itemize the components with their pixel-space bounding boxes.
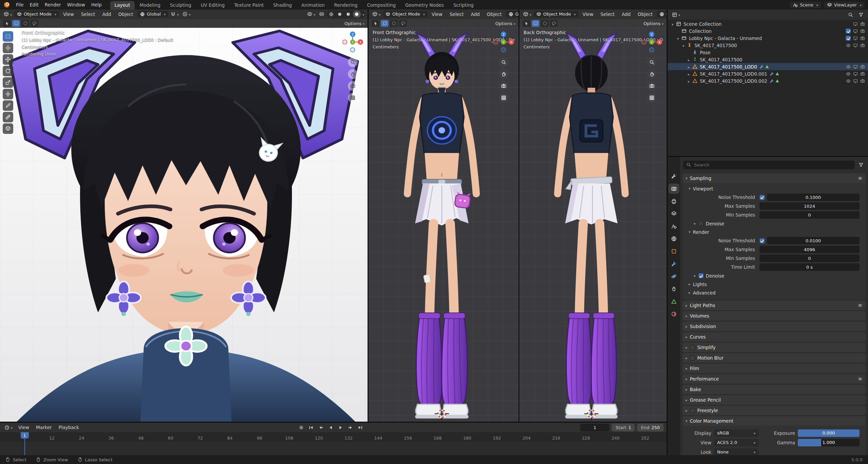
render-disable-icon[interactable] — [860, 29, 865, 34]
panel-header-grease-pencil[interactable]: Grease Pencil — [683, 395, 866, 405]
outliner-row-pose-4[interactable]: Pose — [668, 49, 868, 56]
properties-tab-physics[interactable] — [669, 271, 679, 281]
jump-start-button[interactable] — [307, 423, 316, 431]
outliner-row-lobby-npc-galacta-unnamed-2[interactable]: Lobby Npc - Galacta - Unnamed — [668, 35, 868, 42]
tool-measure[interactable] — [3, 112, 13, 122]
zoom-icon[interactable] — [499, 57, 509, 67]
outliner-row-sk-4017-4017500-lod0-002-8[interactable]: SK_4017_4017500_LOD0.002 — [668, 77, 868, 84]
value-field[interactable]: 1024 — [760, 202, 860, 210]
select-mode-box-select[interactable] — [381, 20, 389, 27]
subpanel-header[interactable]: Render — [683, 228, 866, 236]
hide-eye-icon[interactable] — [846, 43, 851, 48]
disclosure-arrow[interactable] — [686, 71, 692, 77]
pan-hand-icon[interactable] — [647, 69, 657, 79]
shading-material-icon[interactable] — [344, 11, 352, 18]
jump-end-button[interactable] — [356, 423, 365, 431]
preset-icon[interactable] — [858, 176, 863, 181]
search-input[interactable] — [693, 162, 851, 168]
subpanel-header[interactable]: Advanced — [683, 288, 866, 297]
properties-tab-modifiers[interactable] — [669, 259, 679, 269]
tool-transform[interactable] — [3, 89, 13, 99]
timeline-track-area[interactable]: 1224364860728496108120132144156168180192… — [0, 432, 667, 455]
shading-solid-icon[interactable] — [336, 11, 344, 18]
panel-header-sampling[interactable]: Sampling — [683, 174, 866, 183]
panel-checkbox[interactable] — [690, 408, 695, 413]
select-mode-lasso[interactable] — [31, 20, 38, 27]
tool-options-button[interactable]: Options — [344, 21, 364, 26]
viewport-menu-object[interactable]: Object — [484, 11, 505, 18]
viewport-menu-view[interactable]: View — [60, 11, 77, 18]
panel-header-film[interactable]: Film — [683, 364, 866, 373]
hide-eye-icon[interactable] — [846, 79, 851, 83]
properties-tab-view-layer[interactable] — [669, 209, 679, 219]
outliner-row-sk-4017-4017500-lod0-6[interactable]: SK_4017_4017500_LOD0 — [668, 63, 868, 70]
cm-slider[interactable]: 0.000 — [798, 429, 860, 437]
viewport-disable-icon[interactable] — [853, 72, 858, 76]
preset-icon[interactable] — [858, 303, 863, 308]
mode-selector[interactable]: Object Mode — [383, 11, 428, 17]
panel-header-light-paths[interactable]: Light Paths — [683, 301, 866, 310]
outliner-row-collection-1[interactable]: Collection — [668, 27, 868, 35]
viewport-disable-icon[interactable] — [853, 36, 858, 41]
collection-checkbox[interactable] — [846, 36, 851, 41]
menu-help[interactable]: Help — [88, 1, 105, 8]
viewport-canvas-back[interactable]: Back Orthographic (1) Lobby Npc - Galact… — [519, 28, 667, 422]
panel-header-subdivision[interactable]: Subdivision — [683, 322, 866, 331]
pan-hand-icon[interactable] — [348, 69, 358, 79]
menu-edit[interactable]: Edit — [27, 1, 42, 8]
subpanel-checkbox[interactable] — [698, 273, 704, 278]
disclosure-arrow[interactable] — [680, 43, 686, 48]
cm-dropdown[interactable]: sRGB — [714, 429, 758, 437]
viewport-menu-add[interactable]: Add — [619, 11, 634, 18]
editor-type-button[interactable] — [2, 11, 13, 18]
frame-start-field[interactable]: Start 1 — [612, 424, 635, 431]
properties-tab-output[interactable] — [669, 196, 679, 206]
grid-ortho-icon[interactable] — [499, 93, 509, 103]
mode-selector[interactable]: Object Mode — [534, 11, 578, 17]
tool-annotate[interactable] — [3, 100, 13, 111]
workspace-tab-sculpting[interactable]: Sculpting — [165, 1, 196, 9]
viewport-menu-object[interactable]: Object — [115, 11, 136, 18]
value-field[interactable]: 0 s — [760, 263, 860, 271]
filter-icon[interactable] — [857, 162, 865, 168]
panel-header-curves[interactable]: Curves — [683, 332, 866, 342]
zoom-icon[interactable] — [348, 57, 358, 67]
viewport-menu-object[interactable]: Object — [635, 11, 656, 18]
snap-magnet-icon[interactable] — [169, 11, 180, 18]
panel-header-performance[interactable]: Performance — [683, 374, 866, 384]
workspace-tab-uv-editing[interactable]: UV Editing — [196, 1, 229, 9]
navigation-gizmo[interactable]: Z X Y — [491, 30, 516, 55]
frame-end-field[interactable]: End 250 — [637, 424, 664, 431]
timeline-menu-view[interactable]: View — [15, 424, 32, 431]
tool-add-cube[interactable] — [3, 123, 13, 134]
next-keyframe-button[interactable] — [346, 423, 355, 431]
disclosure-arrow[interactable] — [686, 57, 692, 62]
property-checkbox[interactable] — [760, 238, 765, 243]
disclosure-arrow[interactable] — [686, 64, 692, 69]
outliner-row-scene-collection-0[interactable]: Scene Collection — [668, 20, 868, 27]
render-disable-icon[interactable] — [860, 79, 865, 83]
menu-window[interactable]: Window — [64, 1, 88, 8]
editor-type-button[interactable] — [522, 11, 533, 18]
timeline-menu-marker[interactable]: Marker — [33, 424, 55, 431]
select-mode-cursor-arrow[interactable] — [522, 20, 530, 27]
xray-toggle-icon[interactable] — [318, 11, 326, 17]
subpanel-checkbox[interactable] — [698, 221, 704, 226]
preset-icon[interactable] — [858, 377, 863, 381]
menu-file[interactable]: File — [13, 1, 27, 8]
shading-wire-icon[interactable] — [328, 11, 335, 18]
value-field[interactable]: 4096 — [760, 246, 860, 253]
properties-tab-material[interactable] — [669, 309, 679, 319]
viewport-menu-select[interactable]: Select — [447, 11, 467, 18]
timeline-ruler[interactable]: 1224364860728496108120132144156168180192… — [0, 432, 667, 442]
workspace-tab-geometry-nodes[interactable]: Geometry Nodes — [401, 1, 448, 9]
subpanel-header[interactable]: Denoise — [683, 271, 866, 280]
workspace-tab-shading[interactable]: Shading — [269, 1, 296, 9]
viewport-menu-add[interactable]: Add — [99, 11, 114, 18]
subpanel-header[interactable]: Viewport — [683, 184, 866, 193]
viewport-canvas-front[interactable]: Front Orthographic (1) Lobby Npc - Galac… — [369, 28, 518, 422]
value-field[interactable]: 0 — [760, 255, 860, 262]
disclosure-arrow[interactable] — [675, 36, 681, 41]
navigation-gizmo[interactable]: Z X Y — [639, 30, 664, 55]
select-mode-cursor-arrow[interactable] — [3, 20, 11, 27]
